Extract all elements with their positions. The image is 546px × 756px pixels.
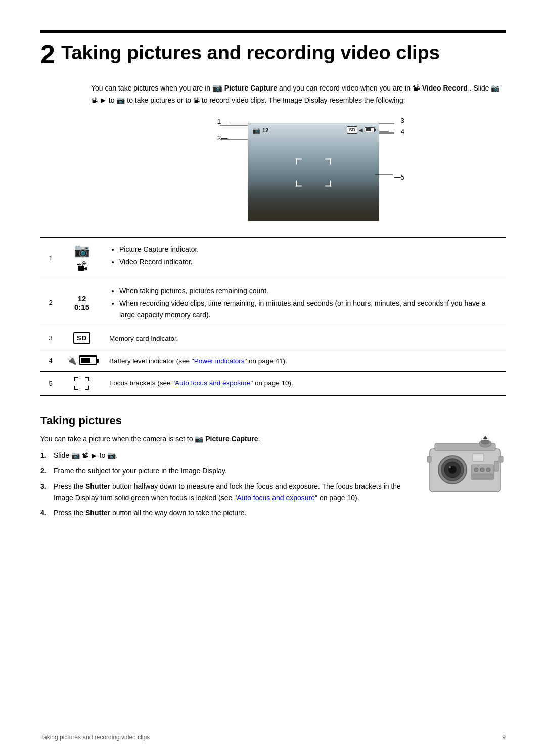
chapter-rule: [40, 30, 506, 33]
sd-card-icon: SD: [73, 332, 90, 344]
play-icon-inline: [92, 454, 97, 459]
step-4-num: 4.: [40, 507, 51, 518]
chapter-number: 2: [40, 41, 55, 67]
row-4-desc: Battery level indicator (see "Power indi…: [103, 349, 506, 371]
auto-focus-link-2[interactable]: Auto focus and exposure: [237, 494, 315, 502]
taking-pictures-intro: You can take a picture when the camera i…: [40, 433, 410, 444]
taking-pictures-section: Taking pictures You can take a picture w…: [40, 414, 506, 527]
plug-icon: 🔌: [67, 355, 77, 365]
screen-top-left: 📷 12: [252, 126, 268, 134]
table-row: 3 SD Memory card indicator.: [40, 327, 506, 349]
table-row: 5 Focus brackets (see "Auto focus and ex…: [40, 372, 506, 396]
table-row: 4 🔌 Battery level indicator (see "Power …: [40, 349, 506, 371]
svg-rect-21: [473, 474, 493, 479]
slide-icon-video2: 📽: [193, 97, 200, 104]
camera-svg-illustration: [425, 433, 506, 499]
step-3-text: Press the Shutter button halfway down to…: [54, 481, 410, 504]
row-4-num: 4: [40, 349, 61, 371]
row-1-num: 1: [40, 237, 61, 279]
camera-illustration: [425, 433, 506, 499]
step-2-text: Frame the subject for your picture in th…: [54, 465, 227, 476]
camera-screen: 📷 12 SD ◀: [248, 123, 379, 221]
intro-text-middle1: and you can record video when you are in: [279, 84, 413, 92]
slide-cam-icon: 📷: [71, 451, 80, 459]
row-1-desc: Picture Capture indicator. Video Record …: [103, 237, 506, 279]
step-2: 2. Frame the subject for your picture in…: [40, 465, 410, 476]
row-2-num: 2: [40, 279, 61, 327]
memory-card-desc: Memory card indicator.: [109, 335, 178, 342]
row-3-icon: SD: [61, 327, 103, 349]
row-5-num: 5: [40, 372, 61, 396]
brackets-icon: [74, 377, 89, 390]
step-2-num: 2.: [40, 465, 51, 476]
table-row: 1 📷 📽 Picture Capture indicator. Video R…: [40, 237, 506, 279]
page-number: 9: [502, 734, 506, 741]
step-3: 3. Press the Shutter button halfway down…: [40, 481, 410, 504]
intro-paragraph: You can take pictures when you are in 📷 …: [40, 81, 506, 106]
svg-rect-13: [473, 454, 484, 461]
step-1-num: 1.: [40, 450, 51, 461]
video-icon: 📽: [67, 260, 97, 274]
battery-icon: 🔌: [67, 355, 97, 365]
row-3-num: 3: [40, 327, 61, 349]
row-3-desc: Memory card indicator.: [103, 327, 506, 349]
chapter-title: Taking pictures and recording video clip…: [61, 41, 440, 65]
camera-display-section: 1— 2— 3 4 —5: [40, 118, 506, 221]
row-2-desc: When taking pictures, pictures remaining…: [103, 279, 506, 327]
svg-point-20: [486, 468, 490, 472]
intro-slide-text: . Slide: [470, 84, 491, 92]
remaining-count: 12: [67, 294, 97, 303]
power-indicators-link[interactable]: Power indicators: [194, 357, 245, 365]
desc-item: When recording video clips, time remaini…: [119, 298, 499, 321]
desc-item: Video Record indicator.: [119, 256, 499, 268]
svg-point-12: [449, 466, 451, 468]
time-remaining: 0:15: [67, 303, 97, 312]
desc-item: Picture Capture indicator.: [119, 244, 499, 255]
svg-rect-24: [499, 456, 503, 462]
row-1-icon: 📷 📽: [61, 237, 103, 279]
focus-brackets-icon: [67, 377, 97, 390]
intro-text-before: You can take pictures when you are in: [91, 84, 212, 92]
intro-to-text: to: [109, 96, 117, 104]
indicator-table: 1 📷 📽 Picture Capture indicator. Video R…: [40, 237, 506, 396]
svg-rect-23: [427, 456, 431, 462]
callout-1: 1—: [217, 118, 228, 125]
intro-take-pictures-text: to take pictures or to: [127, 96, 193, 104]
focus-brackets-desc: Focus brackets (see "Auto focus and expo…: [109, 379, 293, 387]
steps-list: 1. Slide 📷 📽 to 📷. 2. Frame the subject …: [40, 450, 410, 518]
callout-2: 2—: [217, 134, 228, 142]
battery-desc: Battery level indicator (see "Power indi…: [109, 357, 287, 365]
screen-top-right: SD ◀: [347, 126, 375, 134]
callout-3: 3: [401, 117, 404, 124]
video-icon-inline: 📽: [413, 83, 420, 92]
footer-chapter-name: Taking pictures and recording video clip…: [40, 734, 150, 741]
row-5-icon: [61, 372, 103, 396]
camera-icon-inline: 📷: [212, 83, 222, 92]
slide-icon-video: 📽: [91, 97, 98, 104]
slide-icon-camera: 📷: [491, 84, 499, 92]
taking-pictures-heading: Taking pictures: [40, 414, 506, 427]
camera-icon: 📷: [67, 243, 97, 258]
taking-pictures-text-block: You can take a picture when the camera i…: [40, 433, 410, 527]
battery-level-icon: [79, 355, 97, 365]
taking-pictures-content: You can take a picture when the camera i…: [40, 433, 506, 527]
video-record-label: Video Record: [422, 84, 468, 92]
sd-icon: SD: [67, 332, 97, 344]
row-5-desc: Focus brackets (see "Auto focus and expo…: [103, 372, 506, 396]
intro-record-text: to record video clips. The Image Display…: [202, 96, 405, 104]
step-3-num: 3.: [40, 481, 51, 504]
slide-vid-icon: 📽: [82, 452, 88, 459]
auto-focus-link[interactable]: Auto focus and exposure: [175, 379, 250, 387]
picture-capture-label: Picture Capture: [224, 84, 277, 92]
step-1-text: Slide 📷 📽 to 📷.: [54, 450, 118, 461]
svg-point-19: [480, 468, 484, 472]
step-1: 1. Slide 📷 📽 to 📷.: [40, 450, 410, 461]
slide-icon-camera2: 📷: [116, 96, 125, 104]
svg-marker-17: [483, 436, 488, 439]
focus-brackets-screen: [296, 158, 331, 186]
row-2-icon: 12 0:15: [61, 279, 103, 327]
table-row: 2 12 0:15 When taking pictures, pictures…: [40, 279, 506, 327]
slide-icon-play: [101, 98, 106, 103]
svg-point-16: [481, 440, 489, 444]
page-footer: Taking pictures and recording video clip…: [40, 734, 506, 741]
